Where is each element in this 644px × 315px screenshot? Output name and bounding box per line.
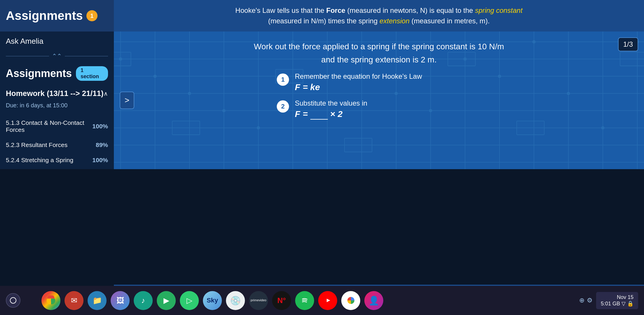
taskbar: ✉ 📁 🖼 ♪ ▶ ▷ Sky 💿 prime vid — [0, 286, 644, 315]
settings-icon: ⚙ — [587, 297, 593, 304]
homework-title: Homework (13/11 --> 21/11) — [6, 89, 104, 98]
info-bar: Hooke's Law tells us that the Force (mea… — [114, 0, 644, 32]
divider-left — [6, 56, 49, 56]
app-icon-disc[interactable]: 💿 — [226, 291, 245, 310]
section-badge: 1 section — [76, 66, 108, 81]
question-overlay: Work out the force applied to a spring i… — [114, 32, 644, 169]
extension-highlight: extension — [380, 17, 410, 25]
topic-name: 5.2.3 Resultant Forces — [6, 141, 67, 148]
taskbar-apps: ✉ 📁 🖼 ♪ ▶ ▷ Sky 💿 prime vid — [41, 291, 383, 310]
app-icon-google-photos[interactable] — [341, 291, 360, 310]
step-2-label: Substitute the values in — [295, 99, 481, 107]
home-button[interactable] — [6, 293, 20, 308]
list-item[interactable]: 5.1.3 Contact & Non-Contact Forces 100% — [0, 115, 114, 137]
step-2-content: Substitute the values in F = × 2 — [295, 99, 481, 120]
circuit-area: > 1/3 Work out the force applied to a sp… — [114, 32, 644, 169]
topic-name: 5.1.3 Contact & Non-Contact Forces — [6, 119, 88, 133]
step-1-row: 1 Remember the equation for Hooke's Law … — [277, 72, 481, 92]
step-1-content: Remember the equation for Hooke's Law F … — [295, 72, 481, 92]
main-content: Hooke's Law tells us that the Force (mea… — [114, 0, 644, 169]
steps-container: 1 Remember the equation for Hooke's Law … — [277, 72, 481, 127]
taskbar-right: ⊕ ⚙ Nov 15 5:01 GB ▽ 🔒 — [579, 292, 638, 309]
info-text: Hooke's Law tells us that the Force (mea… — [126, 5, 632, 26]
topic-list: 5.1.3 Contact & Non-Contact Forces 100% … — [0, 112, 114, 171]
app-icon-chrome[interactable] — [41, 291, 60, 310]
divider-right — [65, 56, 108, 56]
list-item[interactable]: 5.2.3 Resultant Forces 89% — [0, 137, 114, 153]
app-icon-mail[interactable]: ✉ — [65, 291, 83, 310]
assignments-main-title: Assignments — [6, 9, 83, 23]
app-icon-video1[interactable]: ▶ — [157, 291, 176, 310]
network-icon: ⊕ — [579, 297, 584, 304]
step-2-circle: 2 — [277, 100, 289, 113]
taskbar-time: 5:01 GB ▽ 🔒 — [601, 300, 633, 307]
collapse-icon[interactable]: ⌃⌃ — [52, 52, 62, 60]
topic-name: 5.2.4 Stretching a Spring — [6, 157, 73, 164]
app-icon-spotify[interactable] — [295, 291, 314, 310]
assignments-section-header: Assignments 1 section — [0, 61, 114, 86]
app-icon-files[interactable]: 📁 — [88, 291, 107, 310]
chevron-up-icon[interactable]: ∧ — [104, 90, 108, 97]
assignments-section-title: Assignments — [6, 67, 72, 80]
step-1-circle: 1 — [277, 74, 289, 86]
app-icon-sky[interactable]: Sky — [203, 291, 222, 310]
step-1-formula: F = ke — [295, 82, 481, 92]
app-icon-netflix[interactable]: N° — [272, 291, 291, 310]
homework-header[interactable]: Homework (13/11 --> 21/11) ∧ — [0, 86, 114, 101]
divider-row: ⌃⌃ — [0, 51, 114, 61]
topic-percent: 89% — [96, 141, 108, 148]
taskbar-system-icons: ⊕ ⚙ — [579, 297, 593, 304]
info-text-part1: Hooke's Law tells us that the Force (mea… — [235, 6, 475, 14]
step-1-label: Remember the equation for Hooke's Law — [295, 72, 481, 80]
topic-percent: 100% — [92, 123, 108, 130]
taskbar-date: Nov 15 — [601, 294, 633, 300]
question-text: Work out the force applied to a spring i… — [248, 40, 510, 66]
app-icon-photos[interactable]: 🖼 — [111, 291, 130, 310]
due-date: Due: in 6 days, at 15:00 — [0, 101, 114, 112]
app-icon-avatar[interactable]: 👤 — [364, 291, 383, 310]
spring-constant-highlight: spring constant — [475, 6, 523, 14]
assignments-badge: 1 — [86, 10, 98, 21]
app-icon-music[interactable]: ♪ — [134, 291, 153, 310]
sidebar: Assignments 1 Ask Amelia ⌃⌃ Assignments … — [0, 0, 114, 169]
svg-point-51 — [10, 298, 16, 303]
topic-percent: 100% — [92, 157, 108, 164]
app-icon-video2[interactable]: ▷ — [180, 291, 199, 310]
taskbar-datetime: Nov 15 5:01 GB ▽ 🔒 — [596, 292, 638, 309]
assignments-header: Assignments 1 — [0, 0, 114, 32]
formula-input[interactable] — [310, 109, 328, 120]
info-text-part3: (measured in metres, m). — [410, 17, 490, 25]
ask-amelia-label[interactable]: Ask Amelia — [0, 32, 114, 51]
step-2-formula: F = × 2 — [295, 109, 481, 120]
list-item[interactable]: 5.2.4 Stretching a Spring 100% — [0, 153, 114, 168]
app-icon-prime[interactable]: prime video — [249, 291, 268, 310]
info-text-part2: (measured in N/m) times the spring — [268, 17, 380, 25]
app-icon-youtube[interactable] — [318, 291, 337, 310]
step-2-row: 2 Substitute the values in F = × 2 — [277, 99, 481, 120]
